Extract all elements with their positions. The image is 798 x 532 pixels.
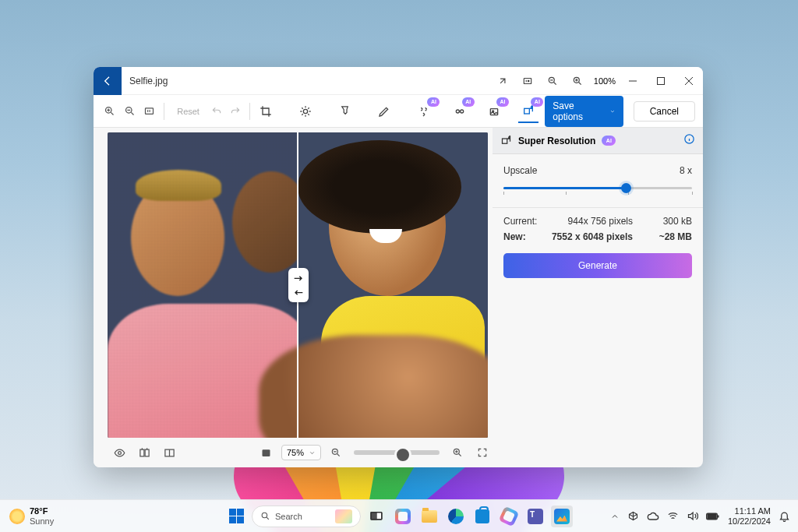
current-label: Current: — [503, 216, 550, 227]
swap-arrows-icon — [292, 276, 305, 285]
taskbar: 78°F Sunny Search 11:11 AM 10/22/2024 — [0, 499, 798, 532]
current-dimensions: 944x 756 pixels — [550, 216, 651, 227]
date-label: 10/22/2024 — [728, 516, 771, 527]
clock[interactable]: 11:11 AM 10/22/2024 — [728, 506, 771, 526]
save-options-button[interactable]: Save options — [545, 96, 623, 127]
ai-badge: AI — [496, 97, 509, 107]
markup-icon[interactable] — [375, 100, 394, 123]
crop-icon[interactable] — [256, 100, 275, 123]
onedrive-icon[interactable] — [627, 510, 639, 522]
reset-button[interactable]: Reset — [171, 104, 206, 119]
edit-toolbar: Reset AI AI AI AI Save — [94, 95, 703, 128]
actual-size-icon[interactable] — [516, 69, 539, 93]
minimize-button[interactable] — [619, 69, 647, 93]
sun-icon — [9, 509, 25, 524]
background-toggle-icon[interactable] — [256, 442, 277, 463]
svg-point-22 — [262, 513, 267, 518]
file-explorer-button[interactable] — [418, 506, 440, 527]
zoom-percent-label: 100% — [591, 76, 619, 86]
new-label: New: — [503, 231, 550, 242]
canvas-bottom-controls: 75% — [108, 438, 493, 467]
super-resolution-panel: Super Resolution AI Upscale 8 x Current: — [493, 128, 703, 467]
zoom-in-canvas-icon[interactable] — [447, 442, 468, 463]
split-view-icon[interactable] — [159, 442, 179, 463]
background-blur-icon[interactable]: AI — [449, 100, 469, 123]
content-area: 75% Super Resolution AI Upscale 8 x — [94, 128, 703, 467]
panel-header: Super Resolution AI — [493, 128, 703, 154]
svg-point-9 — [460, 110, 463, 113]
ai-badge: AI — [427, 97, 440, 107]
fit-tool-icon[interactable] — [141, 101, 157, 122]
titlebar: Selfie.jpg 100% — [94, 67, 703, 95]
task-view-button[interactable] — [365, 506, 387, 527]
photos-button[interactable] — [551, 506, 573, 527]
undo-icon[interactable] — [209, 101, 224, 122]
fullscreen-icon[interactable] — [472, 442, 493, 463]
search-box[interactable]: Search — [252, 506, 361, 527]
zoom-in-icon[interactable] — [566, 69, 589, 93]
ai-badge: AI — [602, 136, 616, 146]
zoom-dropdown[interactable]: 75% — [281, 445, 321, 460]
zoom-value-label: 75% — [287, 448, 304, 457]
battery-icon[interactable] — [706, 512, 720, 521]
photos-app-window: Selfie.jpg 100% Reset — [94, 67, 703, 467]
separator — [164, 103, 164, 120]
separator — [493, 207, 703, 208]
redo-icon[interactable] — [228, 101, 243, 122]
upscale-slider[interactable] — [503, 181, 692, 195]
volume-icon[interactable] — [687, 510, 698, 522]
separator — [249, 103, 250, 120]
zoom-in-tool-icon[interactable] — [101, 101, 118, 122]
upscale-label: Upscale — [503, 165, 537, 176]
compare-after-side — [298, 132, 488, 438]
zoom-out-canvas-icon[interactable] — [326, 442, 346, 463]
cloud-icon[interactable] — [647, 510, 659, 523]
svg-rect-20 — [503, 139, 507, 143]
ai-badge: AI — [531, 97, 543, 107]
weather-widget[interactable]: 78°F Sunny — [9, 506, 54, 525]
generate-label: Generate — [578, 260, 617, 271]
wifi-icon[interactable] — [667, 510, 679, 522]
svg-rect-25 — [371, 512, 376, 519]
time-label: 11:11 AM — [728, 506, 771, 516]
system-tray: 11:11 AM 10/22/2024 — [610, 506, 790, 526]
super-resolution-icon — [500, 135, 512, 146]
info-icon[interactable] — [683, 133, 695, 148]
upscale-slider-thumb[interactable] — [621, 183, 631, 193]
zoom-out-tool-icon[interactable] — [121, 101, 137, 122]
copilot-app-button[interactable] — [498, 506, 520, 527]
compare-icon[interactable] — [134, 442, 154, 463]
svg-point-13 — [118, 451, 121, 454]
start-button[interactable] — [225, 506, 247, 527]
visibility-icon[interactable] — [109, 442, 129, 463]
save-options-label: Save options — [553, 100, 595, 122]
svg-rect-12 — [524, 108, 530, 114]
taskbar-center: Search — [225, 506, 573, 527]
generate-button[interactable]: Generate — [503, 253, 692, 278]
cancel-button[interactable]: Cancel — [634, 101, 695, 122]
search-placeholder: Search — [275, 512, 302, 521]
copilot-button[interactable] — [392, 506, 414, 527]
compare-handle[interactable] — [288, 268, 309, 302]
filter-icon[interactable] — [335, 100, 355, 123]
restyle-icon[interactable]: AI — [484, 100, 504, 123]
condition-label: Sunny — [30, 516, 54, 526]
adjust-icon[interactable] — [295, 100, 315, 123]
notifications-icon[interactable] — [779, 510, 790, 522]
zoom-slider-thumb[interactable] — [394, 446, 411, 463]
upscale-value: 8 x — [680, 165, 692, 176]
zoom-slider[interactable] — [354, 450, 440, 455]
erase-icon[interactable]: AI — [415, 100, 435, 123]
teams-button[interactable] — [524, 506, 546, 527]
edge-button[interactable] — [445, 506, 467, 527]
tray-overflow-icon[interactable] — [610, 512, 620, 521]
back-button[interactable] — [94, 67, 122, 95]
fit-screen-icon[interactable] — [491, 69, 514, 93]
maximize-button[interactable] — [647, 69, 675, 93]
store-button[interactable] — [471, 506, 493, 527]
close-button[interactable] — [675, 69, 703, 93]
super-resolution-icon[interactable]: AI — [518, 100, 538, 123]
filename-label: Selfie.jpg — [129, 76, 491, 86]
zoom-out-icon[interactable] — [541, 69, 564, 93]
image-canvas[interactable] — [108, 132, 488, 438]
